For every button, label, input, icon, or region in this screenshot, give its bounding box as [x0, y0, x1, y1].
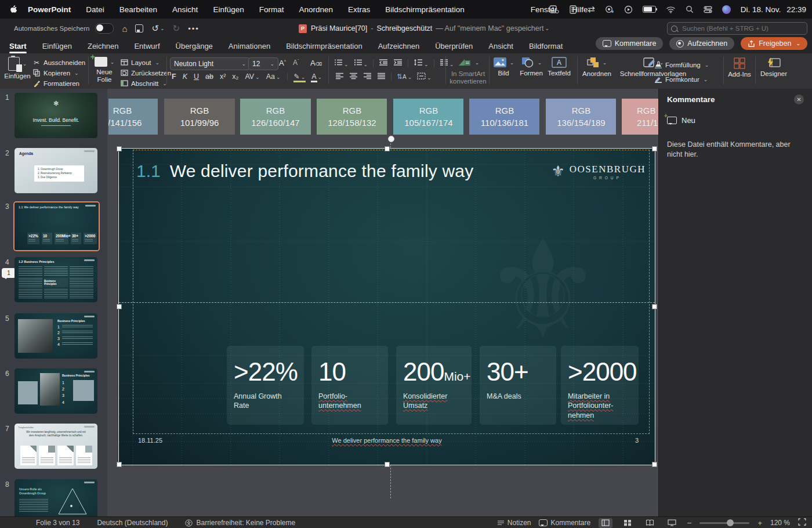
section-button[interactable]: Abschnitt⌄: [120, 79, 171, 88]
copy-button[interactable]: Kopieren⌄: [32, 68, 85, 77]
tab-uebergaenge[interactable]: Übergänge: [176, 42, 213, 50]
language-label[interactable]: Deutsch (Deutschland): [97, 519, 168, 527]
format-painter-button[interactable]: Formatieren: [32, 79, 85, 88]
color-swatch-1[interactable]: RGB1/141/156: [108, 99, 158, 135]
menu-bearbeiten[interactable]: Bearbeiten: [119, 5, 157, 14]
slide-thumbnail-6[interactable]: Business Principles 1 2 3 4: [14, 368, 97, 414]
italic-button[interactable]: K: [183, 73, 187, 81]
slide-thumbnail-2[interactable]: Agenda 1. Oosenbrugh Group 2. Restruktur…: [14, 148, 97, 193]
font-color-button[interactable]: A⌄: [311, 73, 322, 81]
resize-handle-nw[interactable]: [117, 146, 122, 151]
footer-page-number[interactable]: 3: [635, 437, 639, 444]
status-app-icon-1[interactable]: [549, 5, 559, 14]
slide-canvas[interactable]: RGB1/141/156 RGB101/99/96 RGB126/160/147…: [107, 89, 658, 516]
highlight-color-button[interactable]: ✎⌄: [294, 73, 306, 81]
reset-button[interactable]: Zurücksetzen: [120, 68, 171, 77]
cut-button[interactable]: ✂Ausschneiden: [32, 58, 85, 67]
addins-button[interactable]: Add-Ins: [726, 57, 753, 78]
resize-handle-w[interactable]: [117, 304, 122, 309]
normal-view-button[interactable]: [599, 518, 612, 528]
slide-thumbnail-5[interactable]: Business Principles 1 2 3 4: [14, 313, 97, 359]
menu-powerpoint[interactable]: PowerPoint: [28, 5, 71, 14]
zoom-out-button[interactable]: −: [687, 518, 691, 527]
slide-thumbnail-4[interactable]: 1.2 Business Principles Business Princip…: [14, 257, 97, 302]
color-swatch-6[interactable]: RGB110/136/181: [469, 99, 539, 135]
tab-ansicht[interactable]: Ansicht: [488, 42, 513, 50]
paste-button[interactable]: ⌄ Einfügen: [3, 57, 31, 80]
align-left-button[interactable]: [335, 73, 344, 81]
menu-extras[interactable]: Extras: [348, 5, 370, 14]
fit-to-window-button[interactable]: [798, 518, 806, 527]
slide-editor[interactable]: ⚜: [118, 148, 655, 465]
shapes-button[interactable]: ⌄ Formen: [518, 57, 545, 77]
autosave-toggle[interactable]: [95, 23, 114, 34]
undo-icon[interactable]: ↺⌄: [151, 23, 164, 34]
zoom-slider[interactable]: [699, 522, 749, 524]
new-comment-button[interactable]: Neu: [667, 116, 804, 125]
siri-icon[interactable]: [722, 5, 731, 14]
font-name-select[interactable]: Neuton Light⌄: [170, 57, 250, 70]
battery-icon[interactable]: [643, 6, 656, 13]
decrease-font-icon[interactable]: Aˇ: [293, 59, 299, 67]
menu-bildschirmpraesentation[interactable]: Bildschirmpräsentation: [385, 5, 465, 14]
color-swatch-2[interactable]: RGB101/99/96: [164, 99, 235, 135]
textbox-button[interactable]: A Textfeld: [545, 57, 573, 77]
record-button[interactable]: Aufzeichnen: [669, 37, 734, 50]
tab-animationen[interactable]: Animationen: [229, 42, 270, 50]
more-commands-icon[interactable]: •••: [188, 24, 200, 33]
clear-formatting-icon[interactable]: A⌫: [310, 59, 322, 67]
search-box[interactable]: [667, 22, 807, 35]
status-sync-icon[interactable]: ⇄: [588, 4, 595, 15]
stat-card-growth[interactable]: >22% Annual GrowthRate: [227, 346, 304, 425]
resize-handle-s[interactable]: [385, 462, 390, 467]
resize-handle-se[interactable]: [652, 462, 657, 467]
resize-handle-ne[interactable]: [652, 146, 657, 151]
stat-card-portfolio[interactable]: 10 Portfolio-unternehmen: [311, 346, 388, 425]
numbering-button[interactable]: ⌄: [354, 59, 368, 67]
apple-menu-icon[interactable]: [9, 5, 17, 14]
tab-zeichnen[interactable]: Zeichnen: [88, 42, 118, 50]
tab-start[interactable]: Start: [9, 42, 27, 50]
tab-einfuegen[interactable]: Einfügen: [42, 42, 72, 50]
wifi-icon[interactable]: [666, 6, 676, 13]
resize-handle-e[interactable]: [652, 304, 657, 309]
designer-button[interactable]: Designer: [757, 57, 790, 78]
comments-toggle-button[interactable]: Kommentare: [539, 519, 590, 527]
document-title-area[interactable]: P Präsi Maurice[70] - Schreibgeschützt —…: [299, 19, 549, 38]
menu-anordnen[interactable]: Anordnen: [299, 5, 333, 14]
color-swatch-5[interactable]: RGB105/167/174: [393, 99, 463, 135]
character-spacing-button[interactable]: AV⌄: [245, 73, 259, 81]
stat-card-revenue[interactable]: 200Mio+ KonsolidierterUmsatz: [396, 346, 472, 425]
shape-fill-button[interactable]: Formfüllung⌄: [654, 60, 709, 69]
font-size-select[interactable]: 12⌄: [248, 57, 278, 70]
menubar-time[interactable]: 22:39: [786, 5, 806, 14]
menu-ansicht[interactable]: Ansicht: [172, 5, 198, 14]
control-center-icon[interactable]: [704, 6, 712, 13]
decrease-indent-button[interactable]: [379, 59, 388, 67]
menu-format[interactable]: Format: [259, 5, 284, 14]
spotlight-icon[interactable]: [686, 5, 694, 13]
tab-entwurf[interactable]: Entwurf: [134, 42, 160, 50]
accessibility-status[interactable]: Barrierefreiheit: Keine Probleme: [185, 519, 295, 527]
footer-title[interactable]: We deliver performance the family way: [332, 437, 441, 444]
slide-title-block[interactable]: 1.1 We deliver performance the family wa…: [136, 161, 473, 181]
align-text-button[interactable]: ⌄: [417, 73, 432, 81]
tab-bildformat[interactable]: Bildformat: [529, 42, 563, 50]
notes-button[interactable]: Notizen: [497, 519, 531, 527]
reading-view-button[interactable]: [643, 518, 657, 528]
text-direction-button[interactable]: ⇅A⌄: [397, 73, 412, 81]
share-button[interactable]: Freigeben⌄: [741, 37, 807, 50]
slide-thumbnail-8[interactable]: Unsere Rolle als Oosenbrugh Group: [14, 479, 97, 516]
rotation-handle[interactable]: [388, 136, 394, 142]
status-app-icon-2[interactable]: [569, 5, 578, 14]
align-center-button[interactable]: [349, 73, 358, 81]
tab-bildschirmpraesentation[interactable]: Bildschirmpräsentation: [286, 42, 362, 50]
justify-button[interactable]: [377, 73, 386, 81]
slide-thumbnail-1[interactable]: ✻ Invest. Build. Benefit.: [14, 93, 97, 138]
slide-count-label[interactable]: Folie 3 von 13: [36, 519, 79, 527]
increase-font-icon[interactable]: A^: [279, 59, 286, 67]
resize-handle-sw[interactable]: [117, 462, 122, 467]
status-play-icon[interactable]: [624, 5, 633, 14]
slide-sorter-view-button[interactable]: [621, 518, 635, 528]
tab-ueberpruefen[interactable]: Überprüfen: [435, 42, 473, 50]
